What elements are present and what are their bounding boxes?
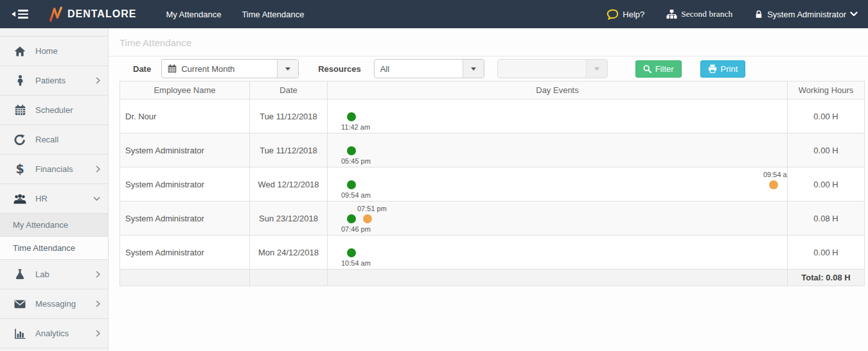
- employee-name-cell: System Administrator: [120, 201, 250, 235]
- analytics-icon: [13, 329, 27, 339]
- print-button-label: Print: [721, 64, 738, 74]
- branch-icon: [666, 9, 677, 19]
- brand[interactable]: DENTALORE: [49, 5, 136, 23]
- nav-item-time-attendance[interactable]: Time Attendance: [234, 4, 312, 24]
- resources-label: Resources: [318, 64, 360, 74]
- date-cell: Sun 23/12/2018: [250, 201, 328, 235]
- date-cell: Tue 11/12/2018: [250, 133, 328, 167]
- day-events-cell: 09:54 am09:54 am: [328, 167, 787, 201]
- table-row: System Administrator Sun 23/12/2018 07:4…: [120, 201, 865, 235]
- print-button[interactable]: Print: [700, 60, 746, 78]
- calendar-icon: [13, 105, 27, 116]
- employee-name-cell: System Administrator: [120, 235, 250, 270]
- filter-button[interactable]: Filter: [635, 60, 682, 78]
- resources-combobox[interactable]: All: [374, 59, 484, 78]
- branch-label: Second branch: [681, 9, 732, 19]
- total-working-hours: Total: 0.08 H: [788, 270, 865, 286]
- caret-down-icon: [594, 67, 599, 71]
- date-range-dropdown-button[interactable]: [277, 60, 298, 78]
- check-in-dot: [347, 248, 356, 257]
- page-title: Time Attendance: [109, 28, 868, 56]
- help-link[interactable]: Help?: [607, 9, 644, 20]
- date-range-value: Current Month: [181, 64, 235, 74]
- hr-icon: [13, 194, 27, 204]
- sidebar-item-recall[interactable]: Recall: [0, 125, 108, 155]
- event-time-label: 10:54 am: [341, 259, 371, 267]
- chevron-right-icon: [96, 330, 100, 337]
- arrow-left-icon: [12, 12, 15, 17]
- chevron-right-icon: [96, 271, 100, 278]
- sidebar-item-my-attendance[interactable]: My Attendance: [0, 214, 108, 237]
- recall-icon: [13, 134, 27, 146]
- brand-name: DENTALORE: [67, 8, 136, 20]
- top-navbar: DENTALORE My Attendance Time Attendance …: [0, 0, 868, 28]
- sidebar-item-financials[interactable]: $ Financials: [0, 155, 108, 184]
- filter-bar: Date Current Month Resources All: [109, 56, 868, 81]
- sidebar-item-label: Lab: [35, 270, 96, 279]
- day-events-cell: 05:45 pm: [328, 133, 787, 167]
- hamburger-icon: [18, 10, 28, 19]
- table-header-row: Employee Name Date Day Events Working Ho…: [120, 81, 865, 99]
- nav-item-my-attendance[interactable]: My Attendance: [158, 4, 229, 24]
- day-events-cell: 10:54 am: [328, 235, 787, 269]
- check-in-dot: [347, 180, 356, 189]
- working-hours-cell: 0.00 H: [788, 167, 865, 201]
- sidebar-item-label: Home: [35, 46, 100, 56]
- sidebar-item-home[interactable]: Home: [0, 37, 108, 66]
- sidebar-item-label: Time Attendance: [13, 243, 100, 253]
- sidebar-item-hr[interactable]: HR: [0, 184, 108, 214]
- date-range-combobox[interactable]: Current Month: [161, 59, 299, 78]
- event-time-label: 09:54 am: [341, 191, 371, 199]
- sidebar-item-scheduler[interactable]: Scheduler: [0, 96, 108, 125]
- col-header-working-hours: Working Hours: [788, 81, 865, 99]
- employee-name-cell: System Administrator: [120, 167, 250, 201]
- user-menu[interactable]: System Administrator: [754, 9, 858, 19]
- patient-icon: [13, 75, 27, 86]
- chevron-down-icon: [850, 12, 858, 17]
- working-hours-cell: 0.00 H: [788, 99, 865, 133]
- calendar-icon: [168, 64, 177, 73]
- lab-icon: [13, 269, 27, 280]
- col-header-employee-name: Employee Name: [120, 81, 250, 99]
- check-in-dot: [347, 146, 356, 155]
- event-time-label: 07:46 pm: [341, 225, 371, 233]
- sidebar-item-patients[interactable]: Patients: [0, 66, 108, 96]
- sidebar-item-time-attendance[interactable]: Time Attendance: [0, 237, 108, 260]
- resources-value: All: [380, 64, 389, 74]
- employee-name-cell: Dr. Nour: [120, 99, 250, 133]
- lock-icon: [754, 9, 763, 19]
- chevron-right-icon: [96, 77, 100, 84]
- check-out-dot: [363, 214, 372, 223]
- search-icon: [643, 65, 651, 73]
- app-window: DENTALORE My Attendance Time Attendance …: [0, 0, 868, 351]
- day-events-cell: 07:46 pm07:51 pm: [328, 201, 787, 235]
- branch-selector[interactable]: Second branch: [666, 9, 732, 19]
- caret-down-icon: [471, 67, 476, 71]
- event-time-label: 07:51 pm: [357, 205, 387, 212]
- table-row: System Administrator Wed 12/12/2018 09:5…: [120, 167, 865, 201]
- employee-name-cell: System Administrator: [120, 133, 250, 167]
- sidebar-item-messaging[interactable]: Messaging: [0, 289, 108, 319]
- help-bubble-icon: [607, 9, 619, 20]
- day-events-cell: 11:42 am: [328, 99, 787, 133]
- working-hours-cell: 0.08 H: [788, 201, 865, 235]
- sidebar-item-label: Recall: [35, 135, 100, 144]
- messaging-icon: [13, 300, 27, 309]
- sidebar-item-label: Scheduler: [35, 105, 100, 115]
- sidebar-item-label: Analytics: [35, 329, 96, 338]
- sidebar-item-lab[interactable]: Lab: [0, 260, 108, 289]
- resources-dropdown-button[interactable]: [463, 60, 484, 78]
- sidebar-collapse-button[interactable]: [9, 7, 31, 21]
- col-header-date: Date: [250, 81, 328, 99]
- event-time-label: 05:45 pm: [341, 157, 371, 165]
- home-icon: [13, 46, 27, 56]
- working-hours-cell: 0.00 H: [788, 235, 865, 270]
- chevron-right-icon: [96, 166, 100, 173]
- sidebar-item-analytics[interactable]: Analytics: [0, 319, 108, 348]
- main-nav: My Attendance Time Attendance: [158, 4, 312, 24]
- check-out-dot: [769, 180, 778, 189]
- check-in-dot: [347, 214, 356, 223]
- table-row: Dr. Nour Tue 11/12/2018 11:42 am 0.00 H: [120, 99, 865, 133]
- disabled-dropdown-button: [586, 60, 607, 78]
- brand-logo-icon: [49, 5, 63, 23]
